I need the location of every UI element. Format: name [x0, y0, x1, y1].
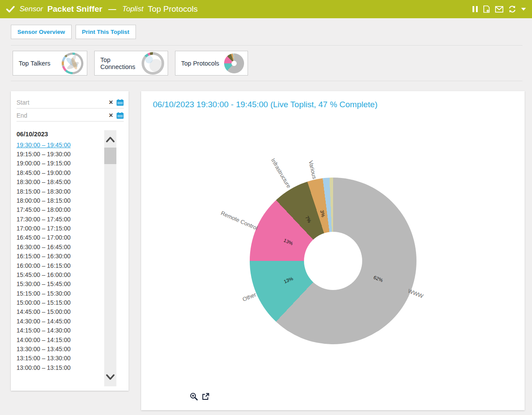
end-date-row: ×: [17, 110, 124, 122]
slice-label: Remote Control: [220, 210, 259, 231]
calendar-icon[interactable]: [116, 99, 124, 106]
tab-label: Top Connections: [100, 56, 142, 70]
checkmark-icon: [6, 6, 15, 13]
time-range-link[interactable]: 13:15:00 – 13:30:00: [17, 354, 71, 363]
time-range-link[interactable]: 19:00:00 – 19:15:00: [17, 159, 71, 168]
slice-label: WWW: [407, 287, 424, 299]
toplist-tabs: Top Talkers Top Connections Top Protoc: [13, 51, 248, 76]
start-date-row: ×: [17, 97, 124, 109]
time-range-link[interactable]: 16:30:00 – 16:45:00: [17, 242, 71, 251]
time-range-link[interactable]: 14:30:00 – 14:45:00: [17, 316, 71, 326]
slice-percent: 3%: [319, 210, 326, 217]
time-range-link[interactable]: 15:45:00 – 16:00:00: [17, 270, 71, 279]
time-range-link[interactable]: 17:30:00 – 17:45:00: [17, 214, 71, 224]
scrollbar-thumb[interactable]: [104, 148, 116, 164]
time-range-link[interactable]: 18:30:00 – 18:45:00: [17, 178, 71, 187]
time-range-link[interactable]: 17:00:00 – 17:15:00: [17, 224, 71, 233]
toolbar: Sensor Overview Print This Toplist: [11, 25, 136, 39]
header-actions: [472, 5, 526, 13]
tab-label: Top Talkers: [19, 60, 50, 67]
clear-start-icon[interactable]: ×: [109, 99, 113, 106]
email-icon[interactable]: [495, 6, 503, 13]
print-toplist-button[interactable]: Print This Toplist: [76, 25, 136, 39]
divider: [11, 81, 522, 81]
time-range-link[interactable]: 19:30:00 – 19:45:00: [17, 140, 71, 149]
pause-icon[interactable]: [472, 6, 478, 13]
start-date-input[interactable]: [17, 99, 106, 106]
time-range-link[interactable]: 15:15:00 – 15:30:00: [17, 289, 71, 298]
time-range-link[interactable]: 13:00:00 – 13:15:00: [17, 363, 71, 372]
sensor-label: Sensor: [20, 5, 43, 13]
top-protocols-thumbnail: [224, 53, 244, 73]
slice-label: Other: [241, 291, 257, 303]
divider: [11, 45, 522, 46]
slice-label: Various: [307, 160, 318, 179]
chart-area: WWW62%Other13%Remote Control13%Infrastru…: [141, 91, 525, 410]
clear-end-icon[interactable]: ×: [109, 112, 113, 119]
chart-panel: 06/10/2023 19:30:00 - 19:45:00 (Live Top…: [141, 91, 525, 410]
sensor-overview-button[interactable]: Sensor Overview: [11, 25, 72, 39]
scroll-up-icon[interactable]: [104, 134, 116, 145]
time-range-link[interactable]: 14:45:00 – 15:00:00: [17, 307, 71, 316]
time-range-link[interactable]: 18:15:00 – 18:30:00: [17, 187, 71, 196]
time-range-link[interactable]: 16:45:00 – 17:00:00: [17, 233, 71, 242]
time-list-scrollbar[interactable]: [104, 130, 116, 386]
tab-top-connections[interactable]: Top Connections: [94, 51, 168, 76]
toplist-label: Toplist: [122, 5, 144, 13]
time-range-link[interactable]: 19:15:00 – 19:30:00: [17, 149, 71, 158]
time-range-link[interactable]: 16:00:00 – 16:15:00: [17, 261, 71, 270]
time-range-link[interactable]: 14:00:00 – 14:15:00: [17, 335, 71, 344]
dropdown-caret-icon[interactable]: [521, 7, 526, 11]
tab-top-protocols[interactable]: Top Protocols: [175, 51, 248, 76]
calendar-icon[interactable]: [116, 112, 124, 119]
top-connections-thumbnail: [142, 52, 164, 75]
top-talkers-thumbnail: [62, 53, 83, 74]
add-report-icon[interactable]: [483, 5, 490, 13]
filter-panel: × × 06/10/2023 19:30:00 – 19:45:0019:15:…: [11, 91, 129, 391]
time-range-list: 19:30:00 – 19:45:0019:15:00 – 19:30:0019…: [17, 140, 71, 372]
sensor-name: Packet Sniffer: [47, 4, 102, 14]
time-range-link[interactable]: 15:30:00 – 15:45:00: [17, 280, 71, 289]
page: Sensor Packet Sniffer — Toplist Top Prot…: [0, 0, 532, 415]
time-range-link[interactable]: 18:45:00 – 19:00:00: [17, 168, 71, 177]
chart-footer: [190, 392, 209, 401]
tab-top-talkers[interactable]: Top Talkers: [13, 51, 87, 76]
time-range-link[interactable]: 15:00:00 – 15:15:00: [17, 298, 71, 307]
refresh-icon[interactable]: [508, 5, 516, 13]
header-bar: Sensor Packet Sniffer — Toplist Top Prot…: [0, 0, 532, 18]
toplist-name: Top Protocols: [148, 4, 198, 14]
header-separator: —: [109, 5, 116, 14]
tab-label: Top Protocols: [181, 60, 219, 67]
time-range-link[interactable]: 14:15:00 – 14:30:00: [17, 326, 71, 335]
scroll-down-icon[interactable]: [104, 372, 116, 383]
donut-hole: [304, 232, 362, 290]
slice-label: Infrastructure: [270, 157, 292, 189]
zoom-in-icon[interactable]: [190, 392, 198, 401]
end-date-input[interactable]: [17, 112, 106, 119]
date-group-header: 06/10/2023: [17, 131, 48, 138]
time-range-link[interactable]: 18:00:00 – 18:15:00: [17, 196, 71, 205]
external-link-icon[interactable]: [202, 393, 209, 400]
time-range-link[interactable]: 17:45:00 – 18:00:00: [17, 205, 71, 214]
time-range-link[interactable]: 13:30:00 – 13:45:00: [17, 344, 71, 353]
time-range-link[interactable]: 16:15:00 – 16:30:00: [17, 252, 71, 261]
